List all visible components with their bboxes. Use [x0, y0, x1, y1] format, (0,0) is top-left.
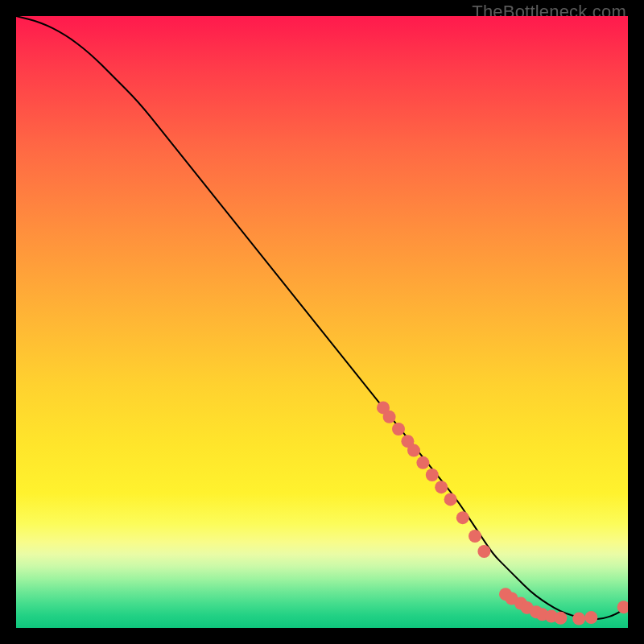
- data-point: [416, 456, 429, 469]
- data-point: [426, 469, 439, 481]
- data-point: [456, 511, 469, 524]
- data-point: [435, 481, 448, 493]
- data-point: [572, 613, 585, 625]
- data-point: [554, 612, 567, 625]
- chart-svg: [16, 16, 628, 628]
- data-point: [407, 444, 420, 457]
- plot-area: [16, 16, 628, 628]
- data-points: [377, 401, 628, 625]
- data-point: [392, 423, 405, 436]
- data-point: [477, 545, 490, 558]
- chart-frame: TheBottleneck.com: [0, 0, 644, 644]
- bottleneck-curve: [16, 16, 628, 619]
- data-point: [469, 530, 481, 543]
- data-point: [383, 411, 396, 423]
- data-point: [444, 493, 457, 506]
- data-point: [584, 611, 597, 624]
